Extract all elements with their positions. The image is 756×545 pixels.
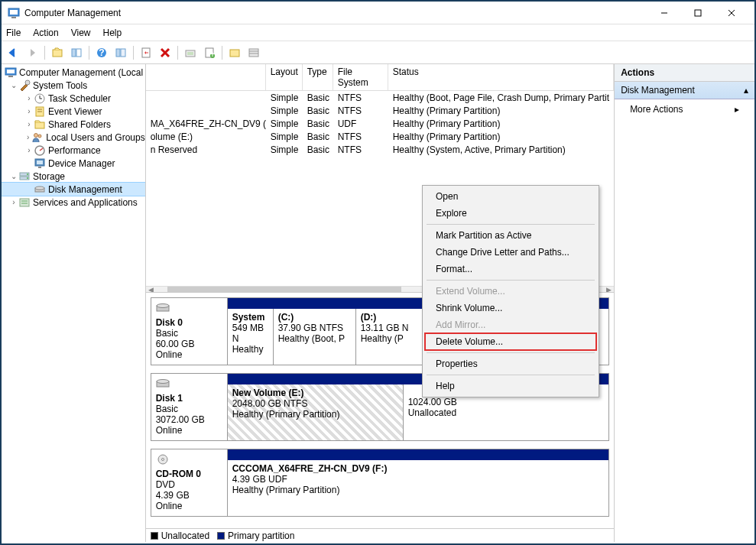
expand-icon[interactable]: › xyxy=(24,94,34,102)
disk-label[interactable]: CD-ROM 0 DVD 4.39 GB Online xyxy=(151,449,228,516)
tree-local-users[interactable]: › Local Users and Groups xyxy=(2,131,145,144)
col-fs[interactable]: File System xyxy=(333,64,388,90)
tree-label: Storage xyxy=(33,171,65,182)
tb-icon-4[interactable] xyxy=(245,44,262,61)
properties-button[interactable] xyxy=(112,44,129,61)
tree-label: Shared Folders xyxy=(48,119,111,130)
partition[interactable]: (C:)37.90 GB NTFSHealthy (Boot, P xyxy=(274,309,356,365)
legend-swatch-unallocated xyxy=(151,532,158,540)
volume-row[interactable]: n ReservedSimpleBasicNTFSHealthy (System… xyxy=(146,143,614,156)
col-volume[interactable] xyxy=(146,64,266,90)
tree-disk-management[interactable]: Disk Management xyxy=(2,183,145,196)
svg-point-38 xyxy=(34,133,38,137)
col-layout[interactable]: Layout xyxy=(266,64,303,90)
tree-label: Task Scheduler xyxy=(48,93,111,104)
clock-icon xyxy=(34,92,46,105)
disk-row: CD-ROM 0 DVD 4.39 GB Online CCCOMA_X64FR… xyxy=(151,449,609,517)
back-button[interactable] xyxy=(5,44,21,61)
svg-rect-4 xyxy=(695,10,701,16)
tree-device-manager[interactable]: Device Manager xyxy=(2,157,145,170)
svg-text:+: + xyxy=(209,49,215,59)
expand-icon[interactable]: › xyxy=(24,133,31,141)
svg-rect-51 xyxy=(20,199,29,206)
disk-type: DVD xyxy=(156,479,222,490)
cm-explore[interactable]: Explore xyxy=(425,205,596,222)
menu-help[interactable]: Help xyxy=(103,28,122,38)
tree-shared-folders[interactable]: › Shared Folders xyxy=(2,118,145,131)
tree-root[interactable]: Computer Management (Local xyxy=(2,66,145,79)
expand-icon[interactable]: › xyxy=(24,120,34,128)
actions-header: Actions xyxy=(615,64,754,82)
show-hide-button[interactable] xyxy=(68,44,85,61)
disk-icon xyxy=(156,303,170,313)
svg-rect-43 xyxy=(37,161,43,164)
tree-event-viewer[interactable]: › Event Viewer xyxy=(2,105,145,118)
disk-label[interactable]: Disk 1 Basic 3072.00 GB Online xyxy=(151,374,228,440)
toolbar: ? + xyxy=(2,41,754,64)
expand-icon[interactable]: › xyxy=(24,146,34,154)
tb-icon-3[interactable] xyxy=(226,44,243,61)
tree-performance[interactable]: › Performance xyxy=(2,144,145,157)
cm-delete-volume[interactable]: Delete Volume... xyxy=(425,333,596,350)
delete-icon[interactable] xyxy=(157,44,174,61)
menu-view[interactable]: View xyxy=(71,28,91,38)
tree-services[interactable]: › Services and Applications xyxy=(2,196,145,209)
cm-properties[interactable]: Properties xyxy=(425,355,596,372)
tree-storage[interactable]: ⌄ Storage xyxy=(2,170,145,183)
volume-row[interactable]: MA_X64FRE_ZH-CN_DV9 (F:)SimpleBasicUDFHe… xyxy=(146,117,614,130)
maximize-button[interactable] xyxy=(681,3,715,23)
expand-icon[interactable]: › xyxy=(9,198,18,206)
cm-help[interactable]: Help xyxy=(425,378,596,394)
svg-line-41 xyxy=(40,148,43,151)
collapse-icon: ▴ xyxy=(744,85,748,96)
help-button[interactable]: ? xyxy=(93,44,110,61)
cm-format[interactable]: Format... xyxy=(425,261,596,277)
disk-size: 4.39 GB xyxy=(156,490,222,501)
forward-button[interactable] xyxy=(24,44,41,61)
cdrom-icon xyxy=(156,454,170,465)
expand-icon[interactable]: › xyxy=(24,107,34,115)
svg-rect-24 xyxy=(249,49,258,57)
col-type[interactable]: Type xyxy=(303,64,333,90)
volume-row[interactable]: SimpleBasicNTFSHealthy (Primary Partitio… xyxy=(146,104,614,117)
collapse-icon[interactable]: ⌄ xyxy=(9,81,18,89)
disk-label[interactable]: Disk 0 Basic 60.00 GB Online xyxy=(151,298,228,365)
cm-open[interactable]: Open xyxy=(425,188,596,205)
event-icon xyxy=(34,105,46,118)
menu-file[interactable]: File xyxy=(6,28,21,38)
tree-system-tools[interactable]: ⌄ System Tools xyxy=(2,79,145,92)
cm-shrink[interactable]: Shrink Volume... xyxy=(425,300,596,316)
minimize-button[interactable] xyxy=(647,3,681,23)
close-button[interactable] xyxy=(715,3,748,23)
device-icon xyxy=(34,157,46,170)
actions-item-label: More Actions xyxy=(630,104,683,115)
tree-task-scheduler[interactable]: › Task Scheduler xyxy=(2,92,145,105)
cm-mark-active[interactable]: Mark Partition as Active xyxy=(425,227,596,244)
actions-section[interactable]: Disk Management ▴ xyxy=(615,82,754,99)
refresh-icon[interactable] xyxy=(138,44,154,61)
collapse-icon[interactable]: ⌄ xyxy=(9,172,18,180)
col-status[interactable]: Status xyxy=(388,64,614,90)
partition[interactable]: System549 MB NHealthy xyxy=(228,309,274,365)
disk-icon xyxy=(156,378,170,389)
partition-selected[interactable]: New Volume (E:)2048.00 GB NTFSHealthy (P… xyxy=(228,384,404,440)
folder-icon xyxy=(34,118,46,131)
legend-label: Primary partition xyxy=(228,530,294,541)
actions-section-label: Disk Management xyxy=(621,85,695,96)
context-menu: Open Explore Mark Partition as Active Ch… xyxy=(422,185,599,397)
svg-rect-7 xyxy=(53,50,62,57)
svg-rect-8 xyxy=(72,49,76,57)
menu-action[interactable]: Action xyxy=(33,28,58,38)
partition[interactable]: CCCOMA_X64FRE_ZH-CN_DV9 (F:)4.39 GB UDFH… xyxy=(228,460,608,516)
volume-row[interactable]: olume (E:)SimpleBasicNTFSHealthy (Primar… xyxy=(146,130,614,143)
cm-change-letter[interactable]: Change Drive Letter and Paths... xyxy=(425,244,596,261)
disk-type: Basic xyxy=(156,328,222,339)
svg-point-55 xyxy=(157,304,169,308)
up-button[interactable] xyxy=(49,44,66,61)
tb-icon-1[interactable] xyxy=(182,44,199,61)
tb-icon-2[interactable]: + xyxy=(201,44,218,61)
actions-more[interactable]: More Actions ▸ xyxy=(615,99,754,119)
menubar: File Action View Help xyxy=(2,24,754,41)
disk-size: 3072.00 GB xyxy=(156,414,222,425)
volume-row[interactable]: SimpleBasicNTFSHealthy (Boot, Page File,… xyxy=(146,91,614,104)
